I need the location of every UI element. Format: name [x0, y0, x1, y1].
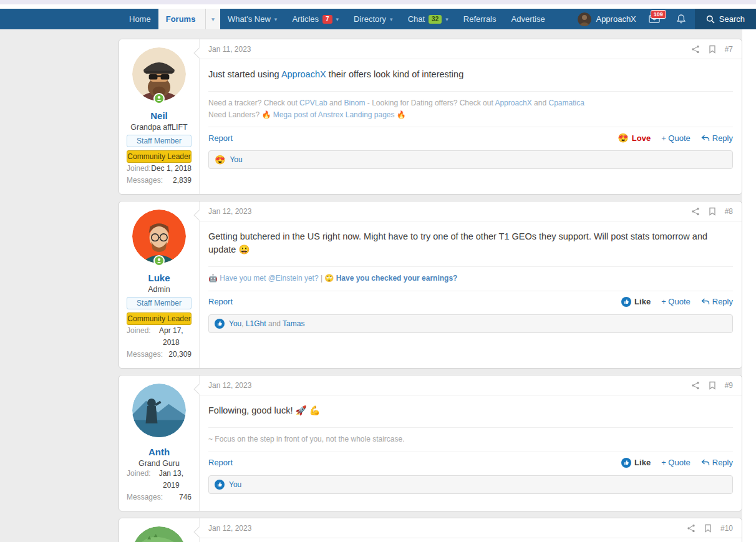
quote-button[interactable]: + Quote — [661, 458, 691, 467]
quote-button[interactable]: + Quote — [661, 297, 691, 306]
bookmark-icon[interactable] — [709, 381, 716, 390]
inline-link[interactable]: Have you checked your earnings? — [336, 274, 458, 283]
avatar-anth[interactable] — [132, 384, 186, 437]
share-icon[interactable] — [691, 381, 700, 390]
inline-link[interactable]: ApproachX — [495, 99, 531, 107]
nav-referrals[interactable]: Referrals — [456, 9, 504, 29]
badge-community-leader: Community Leader — [127, 312, 191, 325]
browser-top-strip — [0, 0, 756, 4]
share-icon[interactable] — [691, 207, 700, 216]
thumbs-up-icon — [215, 319, 225, 329]
inline-link[interactable]: Mega post of Anstrex Landing pages — [273, 110, 395, 119]
post-7: Neil Grandpa affLIFT Staff Member Commun… — [119, 39, 742, 195]
inline-link[interactable]: CPVLab — [299, 99, 327, 107]
nav-forums[interactable]: Forums ▾ — [158, 9, 220, 29]
person-icon — [156, 258, 162, 264]
love-button[interactable]: 😍 Love — [618, 133, 651, 143]
inbox-count-badge: 109 — [651, 10, 666, 19]
share-icon[interactable] — [687, 524, 695, 533]
post-8: Luke Admin Staff Member Community Leader… — [119, 201, 742, 369]
author-panel-luke: Luke Admin Staff Member Community Leader… — [119, 201, 199, 368]
nav-directory[interactable]: Directory ▾ — [346, 9, 400, 29]
inline-link[interactable]: Tamas — [283, 319, 304, 328]
report-link[interactable]: Report — [208, 458, 233, 467]
reactions-bar[interactable]: You — [208, 475, 733, 494]
reply-icon — [701, 298, 710, 305]
like-button[interactable]: Like — [621, 458, 651, 468]
page-top-strip — [0, 4, 756, 9]
inline-link[interactable]: Binom — [344, 99, 365, 107]
quote-button[interactable]: + Quote — [661, 133, 691, 143]
author-title: Admin — [119, 285, 199, 294]
reply-button[interactable]: Reply — [701, 133, 733, 143]
reply-button[interactable]: Reply — [701, 458, 733, 467]
reactors-list: You, L1Ght and Tamas — [229, 319, 304, 328]
author-name[interactable]: Luke — [119, 273, 199, 283]
person-icon — [156, 95, 162, 102]
inbox-button[interactable]: 109 — [641, 9, 667, 29]
bookmark-icon[interactable] — [709, 207, 716, 216]
nav-chat[interactable]: Chat 32 ▾ — [400, 9, 456, 29]
account-menu[interactable]: ApproachX — [573, 9, 641, 29]
reply-icon — [701, 135, 710, 142]
chevron-down-icon: ▾ — [336, 16, 339, 22]
share-icon[interactable] — [691, 45, 700, 54]
reactors-list: You — [230, 155, 242, 164]
search-button[interactable]: Search — [695, 9, 756, 29]
post-number[interactable]: #8 — [725, 207, 733, 216]
report-link[interactable]: Report — [208, 297, 233, 306]
alerts-button[interactable] — [667, 9, 695, 29]
messages-row: Messages:2,839 — [119, 175, 199, 186]
author-name[interactable]: Anth — [119, 447, 199, 457]
reactors-list: You — [229, 480, 241, 489]
nav-articles[interactable]: Articles 7 ▾ — [284, 9, 346, 29]
post-content: Just started using ApproachX their offer… — [200, 59, 742, 91]
nav-advertise[interactable]: Advertise — [504, 9, 553, 29]
nav-whats-new[interactable]: What's New ▾ — [220, 9, 284, 29]
inline-link[interactable]: You — [229, 319, 241, 328]
online-indicator — [153, 93, 165, 104]
post-content: Following, good luck! 🚀 💪 — [200, 395, 742, 427]
bookmark-icon[interactable] — [709, 45, 716, 54]
inline-link[interactable]: Cpamatica — [548, 99, 584, 107]
signature-line: Need a tracker? Check out CPVLab and Bin… — [208, 97, 733, 109]
inline-link[interactable]: L1Ght — [246, 319, 266, 328]
thumbs-up-icon — [621, 297, 631, 307]
report-link[interactable]: Report — [208, 133, 233, 143]
author-panel-anth: Anth Grand Guru Joined:Jan 13, 2019 Mess… — [119, 375, 199, 511]
messages-row: Messages:20,309 — [119, 349, 199, 361]
post-number[interactable]: #9 — [725, 381, 733, 390]
chat-count-badge: 32 — [429, 15, 442, 24]
articles-count-badge: 7 — [322, 15, 332, 24]
bookmark-icon[interactable] — [704, 524, 712, 533]
joined-row: Joined:Dec 1, 2018 — [119, 163, 199, 175]
post-number[interactable]: #7 — [725, 45, 733, 54]
post-date[interactable]: Jan 12, 2023 — [208, 207, 251, 216]
post-date[interactable]: Jan 12, 2023 — [208, 524, 251, 533]
nav-home[interactable]: Home — [122, 9, 158, 29]
avatar-arif[interactable] — [132, 526, 186, 542]
post-body: Jan 12, 2023 #8 Getting butchered in the… — [199, 201, 742, 368]
signature-line: ~ Focus on the step in front of you, not… — [208, 433, 733, 445]
reactions-bar[interactable]: 😍 You — [208, 150, 733, 169]
inline-link[interactable]: You — [230, 155, 242, 164]
account-name: ApproachX — [596, 14, 636, 24]
joined-row: Joined:Apr 17, 2018 — [119, 325, 199, 349]
reply-button[interactable]: Reply — [701, 297, 733, 306]
signature: Need a tracker? Check out CPVLab and Bin… — [208, 91, 733, 127]
inline-link[interactable]: Have you met @Einstein yet? — [220, 274, 318, 283]
inline-link[interactable]: ApproachX — [281, 69, 326, 79]
signature: 🤖 Have you met @Einstein yet? | 🙄 Have y… — [208, 266, 733, 291]
author-name[interactable]: Neil — [119, 110, 199, 121]
chevron-down-icon: ▾ — [211, 16, 215, 22]
post-date[interactable]: Jan 12, 2023 — [208, 381, 251, 390]
post-date[interactable]: Jan 11, 2023 — [208, 45, 251, 54]
inline-link[interactable]: You — [229, 480, 241, 489]
online-indicator — [153, 255, 165, 266]
author-title: Grand Guru — [119, 459, 199, 468]
nav-forums-dropdown[interactable]: ▾ — [205, 9, 220, 29]
post-number[interactable]: #10 — [720, 524, 733, 533]
reactions-bar[interactable]: You, L1Ght and Tamas — [208, 314, 733, 333]
like-button[interactable]: Like — [621, 297, 651, 307]
signature: ~ Focus on the step in front of you, not… — [208, 427, 733, 452]
